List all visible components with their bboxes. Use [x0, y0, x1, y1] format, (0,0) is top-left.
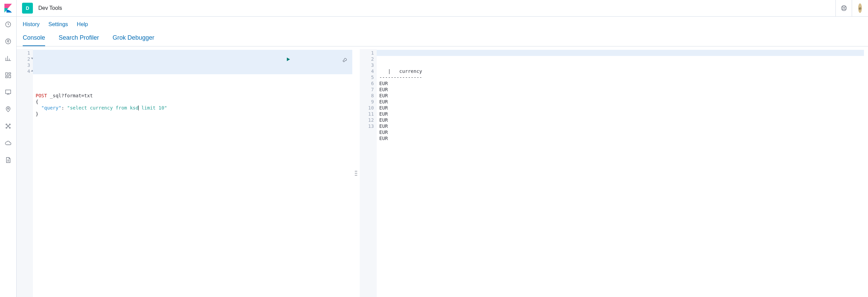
settings-link[interactable]: Settings: [48, 21, 68, 27]
svg-rect-12: [6, 90, 11, 94]
logs-icon: [5, 157, 12, 163]
pane-splitter[interactable]: [352, 49, 360, 297]
svg-point-21: [355, 173, 355, 173]
wrench-icon: [342, 57, 348, 63]
nav-infrastructure[interactable]: [4, 139, 12, 147]
compass-icon: [5, 38, 12, 45]
svg-point-20: [356, 171, 357, 171]
svg-point-14: [6, 124, 7, 125]
avatar: e: [858, 3, 862, 13]
run-request-button[interactable]: [240, 51, 291, 70]
editor-body[interactable]: POST _sql?format=txt { "query": "select …: [33, 49, 352, 297]
cloud-icon: [5, 140, 12, 146]
play-icon: [285, 57, 291, 62]
svg-rect-8: [6, 73, 8, 76]
svg-line-3: [845, 6, 846, 7]
svg-point-19: [355, 171, 355, 171]
tab-search-profiler[interactable]: Search Profiler: [59, 31, 99, 46]
nav-logs[interactable]: [4, 156, 12, 164]
tab-grok-debugger[interactable]: Grok Debugger: [113, 31, 154, 46]
canvas-icon: [5, 89, 12, 96]
svg-line-5: [845, 9, 846, 10]
svg-rect-9: [9, 73, 11, 74]
output-gutter: 12345678910111213: [360, 49, 377, 297]
kibana-logo[interactable]: [0, 0, 17, 17]
nav-canvas[interactable]: [4, 88, 12, 96]
user-menu[interactable]: e: [852, 0, 868, 16]
output-body: | currency --------------- EUR EUR EUR E…: [377, 49, 864, 297]
tab-console[interactable]: Console: [23, 31, 45, 46]
lifebuoy-icon: [841, 5, 847, 12]
help-button[interactable]: [835, 0, 852, 16]
request-editor[interactable]: 1 2 3 4: [17, 49, 352, 297]
request-options-button[interactable]: [296, 51, 348, 70]
svg-point-17: [9, 127, 10, 128]
nav-dashboard[interactable]: [4, 72, 12, 79]
app-badge[interactable]: D: [22, 3, 33, 14]
svg-point-13: [7, 108, 9, 109]
map-pin-icon: [5, 106, 12, 113]
nav-ml[interactable]: [4, 122, 12, 130]
svg-line-2: [842, 6, 843, 7]
svg-rect-11: [6, 76, 8, 78]
svg-rect-10: [9, 75, 11, 78]
drag-handle-icon: [355, 170, 357, 177]
page-title: Dev Tools: [38, 5, 62, 11]
clock-icon: [5, 21, 12, 28]
help-link[interactable]: Help: [77, 21, 88, 27]
bar-chart-icon: [5, 55, 12, 62]
toolbar-links: History Settings Help: [17, 17, 868, 31]
nav-discover[interactable]: [4, 38, 12, 45]
svg-point-22: [356, 173, 357, 173]
history-link[interactable]: History: [23, 21, 40, 27]
svg-point-23: [355, 175, 355, 175]
tab-bar: Console Search Profiler Grok Debugger: [17, 31, 868, 46]
svg-point-15: [9, 124, 10, 125]
svg-point-18: [7, 125, 8, 126]
svg-point-24: [356, 175, 357, 175]
nav-recent[interactable]: [4, 21, 12, 28]
response-viewer[interactable]: 12345678910111213 | currency -----------…: [360, 49, 864, 297]
svg-point-7: [6, 39, 11, 44]
svg-line-4: [842, 9, 843, 10]
svg-point-1: [843, 7, 845, 9]
dashboard-icon: [5, 72, 12, 79]
nav-maps[interactable]: [4, 105, 12, 113]
editor-gutter: 1 2 3 4: [17, 49, 33, 297]
side-nav: [0, 17, 17, 297]
ml-icon: [5, 123, 12, 130]
svg-point-16: [6, 127, 7, 128]
nav-visualize[interactable]: [4, 55, 12, 62]
kibana-logo-icon: [4, 4, 12, 13]
header-bar: D Dev Tools e: [0, 0, 868, 17]
editor-code: POST _sql?format=txt { "query": "select …: [36, 93, 352, 117]
